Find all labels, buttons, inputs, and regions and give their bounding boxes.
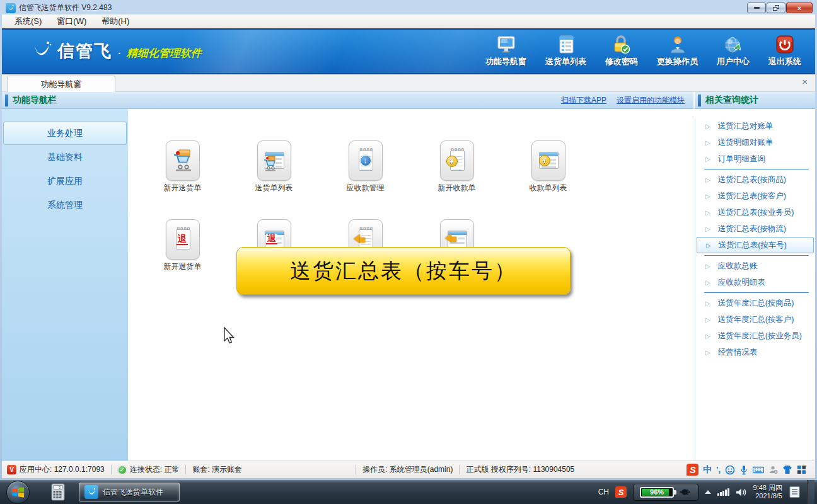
sidebar-item-extensions[interactable]: 扩展应用	[3, 169, 127, 193]
sidebar-item-business[interactable]: 业务处理	[3, 122, 127, 145]
minimize-icon	[754, 7, 760, 9]
arrow-icon: ▷	[705, 156, 710, 163]
query-item[interactable]: ▷送货汇总表(按商品)	[695, 171, 815, 188]
globe-icon	[723, 35, 743, 54]
query-item[interactable]: ▷送货汇总表(按客户)	[695, 188, 815, 204]
notepad-download-icon: 0000 ↓	[354, 147, 378, 174]
svg-text:0: 0	[59, 486, 61, 490]
windows-logo-icon	[11, 486, 25, 499]
tray-expand-icon[interactable]	[705, 490, 711, 494]
menu-window[interactable]: 窗口(W)	[50, 14, 93, 28]
taskbar-app-button[interactable]: 信管飞送货单软件	[79, 483, 180, 501]
tab-nav-window[interactable]: 功能导航窗	[7, 76, 115, 92]
query-item[interactable]: ▷送货汇总表(按物流)	[695, 220, 815, 237]
emoji-icon[interactable]	[725, 465, 735, 475]
keyboard-icon[interactable]	[753, 466, 764, 474]
sidebar-item-system[interactable]: 系统管理	[3, 193, 127, 217]
status-account-book: 账套: 演示账套	[192, 464, 242, 475]
query-item[interactable]: ▷送货汇总表(按业务员)	[695, 204, 815, 220]
clock-time: 9:48 周四	[753, 484, 782, 492]
query-item[interactable]: ▷送货年度汇总(按客户)	[695, 311, 815, 328]
query-item[interactable]: ▷送货年度汇总(按商品)	[695, 295, 815, 311]
query-item[interactable]: ▷应收款明细表	[695, 274, 815, 290]
volume-icon[interactable]	[736, 488, 747, 497]
notes-icon[interactable]	[789, 486, 801, 498]
ime-punctuation-icon[interactable]: ’,	[716, 466, 721, 474]
sogou-icon[interactable]: S	[687, 464, 698, 476]
calculator-icon[interactable]: 0	[47, 483, 69, 501]
user-settings-icon[interactable]	[768, 465, 778, 474]
arrow-icon: ▷	[705, 226, 710, 232]
status-bar: V应用中心: 127.0.0.1:7093 ✓连接状态: 正常 账套: 演示账套…	[2, 461, 815, 478]
divider	[704, 255, 809, 256]
divider	[356, 465, 356, 474]
language-indicator[interactable]: CH	[598, 488, 609, 496]
app-center-icon: V	[7, 465, 16, 474]
tile-new-delivery-order[interactable]: 新开送货单	[137, 140, 228, 193]
network-signal-icon[interactable]	[717, 488, 729, 496]
toolbar-delivery-list-button[interactable]: 送货单列表	[545, 35, 586, 67]
tab-close-icon[interactable]: ×	[802, 77, 808, 86]
query-item[interactable]: ▷送货明细对账单	[695, 134, 815, 151]
system-tray: CH S 96% 9:48 周四 2021/8/5	[598, 480, 817, 504]
menu-system[interactable]: 系统(S)	[8, 14, 48, 28]
show-desktop-button[interactable]	[807, 480, 814, 504]
toolbox-grid-icon[interactable]	[797, 465, 806, 474]
battery-icon: 96%	[640, 487, 674, 498]
tile-receipt-list[interactable]: ¥ 收款单列表	[502, 140, 594, 193]
brand-name: 信管飞	[57, 40, 112, 62]
nav-title: 功能导航栏	[13, 94, 57, 106]
restore-button[interactable]	[767, 3, 785, 13]
link-module-settings[interactable]: 设置启用的功能模块	[617, 95, 685, 106]
skin-icon[interactable]	[782, 465, 792, 474]
tooltip: 送货汇总表（按车号）	[236, 247, 571, 295]
clock-date: 2021/8/5	[753, 492, 782, 500]
link-download-app[interactable]: 扫描下载APP	[561, 95, 606, 106]
microphone-icon[interactable]	[739, 465, 748, 475]
tile-receivables-management[interactable]: 0000 ↓ 应收款管理	[320, 140, 411, 193]
brand-slogan: 精细化管理软件	[127, 46, 202, 60]
window-coin-icon: ¥	[536, 147, 560, 174]
toolbar-nav-window-button[interactable]: 功能导航窗	[485, 35, 526, 67]
toolbar-exit-button[interactable]: 退出系统	[768, 35, 801, 67]
query-header: 相关查询统计	[693, 92, 815, 109]
menu-help[interactable]: 帮助(H)	[95, 14, 136, 28]
arrow-icon: ▷	[705, 193, 710, 200]
query-item-selected[interactable]: ▷送货汇总表(按车号)	[697, 237, 814, 253]
monitor-icon	[496, 35, 516, 54]
toolbar-change-password-button[interactable]: 修改密码	[605, 35, 638, 67]
battery-indicator[interactable]: 96%	[633, 484, 698, 501]
user-icon	[668, 35, 688, 54]
ime-toolbar: S 中 ’,	[687, 464, 810, 476]
query-item[interactable]: ▷送货汇总对账单	[695, 118, 815, 134]
divider	[111, 465, 112, 474]
sogou-tray-icon[interactable]: S	[615, 486, 627, 498]
tile-new-receipt[interactable]: 0000 ¥ 新开收款单	[411, 140, 502, 193]
start-button[interactable]	[6, 481, 30, 504]
arrow-icon: ▷	[705, 333, 710, 340]
toolbar-user-center-button[interactable]: 用户中心	[717, 35, 750, 67]
query-item[interactable]: ▷送货年度汇总(按业务员)	[695, 328, 815, 344]
query-item[interactable]: ▷经营情况表	[695, 344, 815, 360]
sidebar-item-basic-data[interactable]: 基础资料	[3, 146, 127, 169]
divider	[459, 465, 460, 474]
query-item[interactable]: ▷订单明细查询	[695, 151, 815, 167]
list-icon	[556, 35, 576, 54]
clock[interactable]: 9:48 周四 2021/8/5	[753, 484, 782, 500]
banner: 信管飞 · 精细化管理软件 功能导航窗 送货单列表 修改密码	[2, 28, 815, 74]
arrow-icon: ▷	[705, 300, 710, 307]
close-button[interactable]: ×	[786, 3, 813, 13]
divider	[185, 465, 186, 474]
nav-header-left: 功能导航栏 扫描下载APP 设置启用的功能模块	[2, 92, 693, 109]
tile-new-return-order[interactable]: 0000 退 新开退货单	[137, 219, 228, 272]
accent-bar	[698, 94, 701, 106]
tile-delivery-order-list[interactable]: 送货单列表	[228, 140, 320, 193]
toolbar-switch-operator-button[interactable]: 更换操作员	[657, 35, 698, 67]
arrow-icon: ▷	[705, 316, 710, 323]
minimize-button[interactable]	[747, 3, 766, 13]
query-item[interactable]: ▷应收款总账	[695, 258, 815, 274]
query-title: 相关查询统计	[705, 94, 758, 106]
accent-bar	[5, 94, 8, 106]
ime-chinese-icon[interactable]: 中	[703, 464, 712, 476]
tile-label: 新开退货单	[164, 261, 202, 272]
